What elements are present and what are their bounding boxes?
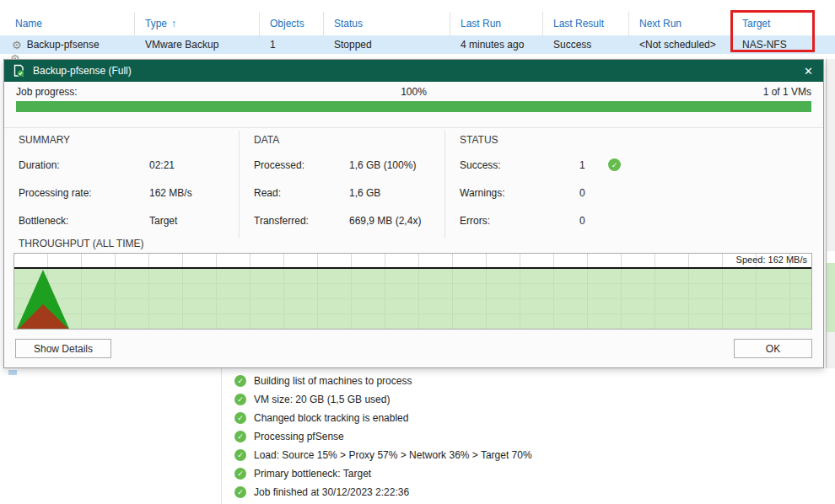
data-processed-row: Processed: 1,6 GB (100%) bbox=[254, 159, 435, 187]
data-title: DATA bbox=[254, 134, 435, 146]
column-header-status[interactable]: Status bbox=[324, 12, 450, 35]
check-icon: ✓ bbox=[234, 468, 246, 480]
row-label: Processed: bbox=[254, 159, 349, 187]
chart-speed-label: Speed: 162 MB/s bbox=[736, 255, 807, 265]
row-label: Read: bbox=[254, 187, 349, 215]
column-label: Last Result bbox=[553, 18, 604, 29]
column-label: Next Run bbox=[639, 18, 681, 29]
log-item[interactable]: ✓ VM size: 20 GB (1,5 GB used) bbox=[234, 390, 532, 409]
throughput-spike bbox=[15, 270, 73, 329]
row-value: 669,9 MB (2,4x) bbox=[349, 215, 421, 243]
jobs-table-header: Name Type↑ Objects Status Last Run Last … bbox=[0, 12, 835, 35]
check-icon: ✓ bbox=[234, 431, 246, 442]
summary-duration-row: Duration: 02:21 bbox=[19, 159, 229, 187]
check-icon: ✓ bbox=[234, 449, 246, 461]
row-label: Duration: bbox=[19, 159, 149, 187]
row-value: 0 bbox=[579, 215, 608, 243]
progress-bar-fill bbox=[16, 101, 811, 112]
status-title: STATUS bbox=[460, 134, 658, 146]
veeam-job-icon bbox=[12, 64, 25, 78]
success-check-icon: ✓ bbox=[608, 158, 621, 171]
row-label: Transferred: bbox=[254, 215, 349, 243]
job-gear-icon: ⚙ bbox=[12, 39, 22, 51]
row-label: Success: bbox=[460, 159, 579, 187]
column-label: Last Run bbox=[461, 18, 501, 29]
job-row-backup-pfsense[interactable]: ⚙Backup-pfsense VMware Backup 1 Stopped … bbox=[0, 35, 835, 54]
check-icon: ✓ bbox=[234, 412, 246, 424]
throughput-title: THROUGHPUT (ALL TIME) bbox=[19, 238, 143, 249]
job-progress-dialog: Backup-pfsense (Full) ✕ Job progress: 10… bbox=[3, 59, 824, 368]
check-icon: ✓ bbox=[234, 375, 246, 387]
job-name: Backup-pfsense bbox=[27, 39, 100, 51]
log-item[interactable]: ✓ Load: Source 15% > Proxy 57% > Network… bbox=[234, 446, 532, 464]
log-text: Job finished at 30/12/2023 2:22:36 bbox=[254, 486, 409, 498]
show-details-button[interactable]: Show Details bbox=[15, 339, 111, 358]
column-header-objects[interactable]: Objects bbox=[260, 12, 324, 35]
close-icon[interactable]: ✕ bbox=[804, 66, 813, 77]
log-item[interactable]: ✓ Job finished at 30/12/2023 2:22:36 bbox=[234, 483, 532, 501]
dialog-title: Backup-pfsense (Full) bbox=[33, 65, 804, 77]
log-text: VM size: 20 GB (1,5 GB used) bbox=[254, 394, 390, 405]
job-objects-cell: 1 bbox=[260, 35, 324, 54]
check-icon: ✓ bbox=[234, 486, 246, 498]
log-text: Changed block tracking is enabled bbox=[254, 412, 408, 424]
log-item[interactable]: ✓ Primary bottleneck: Target bbox=[234, 464, 532, 483]
row-value: 0 bbox=[579, 187, 608, 215]
job-last-run-cell: 4 minutes ago bbox=[450, 35, 543, 54]
status-success-row: Success: 1 ✓ bbox=[460, 159, 658, 187]
job-log-list: ✓ Building list of machines to process ✓… bbox=[234, 372, 532, 501]
log-text: Load: Source 15% > Proxy 57% > Network 3… bbox=[254, 449, 532, 461]
divider bbox=[221, 368, 222, 504]
row-value: 02:21 bbox=[149, 159, 175, 187]
log-item[interactable]: ✓ Processing pfSense bbox=[234, 427, 532, 446]
divider bbox=[4, 127, 823, 128]
progress-counter: 1 of 1 VMs bbox=[763, 86, 811, 98]
row-label: Processing rate: bbox=[19, 187, 149, 215]
column-label: Objects bbox=[270, 18, 304, 29]
job-status-cell: Stopped bbox=[324, 35, 450, 54]
statistics-sections: SUMMARY Duration: 02:21 Processing rate:… bbox=[4, 131, 823, 239]
column-header-next-run[interactable]: Next Run bbox=[629, 12, 732, 35]
column-label: Status bbox=[334, 18, 363, 29]
row-value: 1,6 GB bbox=[349, 187, 380, 215]
column-label: Type bbox=[145, 18, 167, 29]
background-chart-strip bbox=[827, 251, 835, 263]
log-item[interactable]: ✓ Building list of machines to process bbox=[234, 372, 532, 390]
sort-asc-icon: ↑ bbox=[171, 18, 176, 29]
log-item[interactable]: ✓ Changed block tracking is enabled bbox=[234, 409, 532, 427]
column-label: Name bbox=[15, 18, 42, 29]
progress-row: Job progress: 100% 1 of 1 VMs bbox=[16, 86, 811, 99]
column-header-last-run[interactable]: Last Run bbox=[450, 12, 543, 35]
summary-title: SUMMARY bbox=[19, 134, 229, 146]
status-section: STATUS Success: 1 ✓ Warnings: 0 Errors: … bbox=[460, 131, 658, 243]
divider bbox=[444, 131, 445, 239]
log-text: Building list of machines to process bbox=[254, 375, 412, 387]
summary-section: SUMMARY Duration: 02:21 Processing rate:… bbox=[19, 131, 229, 243]
column-header-name[interactable]: Name bbox=[0, 12, 135, 35]
column-label: Target bbox=[742, 18, 770, 29]
background-chart-area bbox=[827, 263, 835, 332]
job-name-cell: ⚙Backup-pfsense bbox=[0, 35, 135, 54]
chart-header-strip: Speed: 162 MB/s bbox=[14, 254, 811, 267]
row-label: Warnings: bbox=[460, 187, 579, 215]
clipped-row-fragment bbox=[8, 370, 17, 375]
dialog-titlebar[interactable]: Backup-pfsense (Full) ✕ bbox=[4, 60, 823, 82]
chart-plot-area bbox=[14, 269, 811, 329]
progress-bar bbox=[16, 101, 811, 112]
log-text: Processing pfSense bbox=[254, 431, 344, 442]
ok-button[interactable]: OK bbox=[734, 339, 812, 358]
column-header-type[interactable]: Type↑ bbox=[135, 12, 260, 35]
column-header-last-result[interactable]: Last Result bbox=[543, 12, 629, 35]
check-icon: ✓ bbox=[234, 394, 246, 405]
screen: Name Type↑ Objects Status Last Run Last … bbox=[0, 0, 835, 504]
log-text: Primary bottleneck: Target bbox=[254, 468, 371, 480]
data-transferred-row: Transferred: 669,9 MB (2,4x) bbox=[254, 215, 435, 243]
summary-processing-rate-row: Processing rate: 162 MB/s bbox=[19, 187, 229, 215]
background-window-edge bbox=[826, 59, 835, 368]
row-value: 1 bbox=[579, 159, 608, 187]
row-value: 162 MB/s bbox=[149, 187, 192, 215]
column-header-target[interactable]: Target bbox=[732, 12, 835, 35]
data-read-row: Read: 1,6 GB bbox=[254, 187, 435, 215]
divider bbox=[239, 131, 240, 239]
row-label: Errors: bbox=[460, 215, 579, 243]
